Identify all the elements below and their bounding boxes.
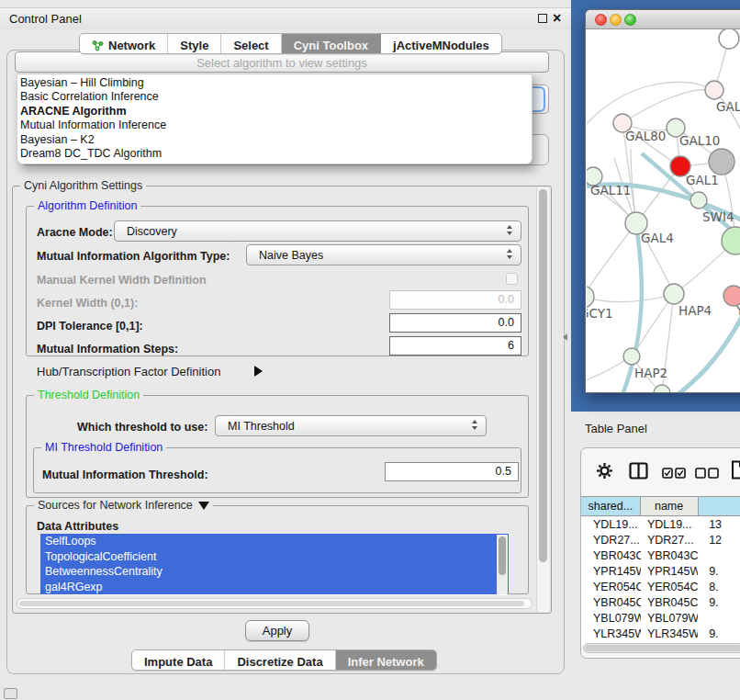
network-window[interactable]: GAL7GAL80GAL10GAL1GAL11SWI4GAL4GCY1HAP4Y… [585,9,740,393]
algorithm-option[interactable]: Bayesian – K2 [17,133,532,147]
minimize-window-icon[interactable] [610,14,622,26]
tab-cyni-toolbox[interactable]: Cyni Toolbox [282,34,381,53]
algorithm-option[interactable]: ARACNE Algorithm [17,105,532,119]
tab-style[interactable]: Style [168,34,221,53]
select-all-checkboxes-icon[interactable] [662,466,686,482]
network-node-gcy1[interactable] [587,286,594,308]
table-cell: 9. [698,595,740,611]
panel-divider-handle[interactable] [563,333,567,341]
network-window-titlebar[interactable] [586,10,740,29]
sources-legend: Sources for Network Inference [34,499,213,512]
algorithm-option[interactable]: Bayesian – Hill Climbing [17,76,532,90]
network-node[interactable] [654,385,670,393]
network-node-label: GAL11 [590,183,631,198]
network-node-gal7[interactable] [705,81,723,99]
table-row[interactable]: YBL079WYBL079W [581,611,740,627]
mi-type-select[interactable]: Naive Bayes [246,244,521,265]
tab-label: jActiveMNodules [393,39,489,52]
which-threshold-select[interactable]: MI Threshold [215,415,487,436]
minimized-panel-icon[interactable] [4,688,17,699]
tab-network[interactable]: Network [80,34,168,53]
network-icon [92,40,104,51]
manual-kernel-label: Manual Kernel Width Definition [37,274,207,287]
data-attributes-label: Data Attributes [37,520,118,533]
table-row[interactable]: YER054CYER054C8. [581,580,740,595]
network-node-label: GAL10 [679,133,720,148]
control-panel-tabbar: NetworkStyleSelectCyni ToolboxjActiveMNo… [79,33,502,54]
tab-select[interactable]: Select [221,34,281,53]
settings-horizontal-scrollbar[interactable] [17,598,533,609]
list-item[interactable]: SelfLoops [40,534,509,549]
dpi-tolerance-field[interactable]: 0.0 [389,313,521,333]
settings-hscrollbar-thumb[interactable] [19,601,524,606]
algorithm-select-placeholder: Select algorithm to view settings [16,56,548,70]
tab-label: Select [233,39,268,52]
network-node-label: Y [735,303,740,318]
table-cell: 12 [698,533,740,548]
document-icon[interactable] [731,460,740,483]
network-node-label: HAP4 [678,303,712,318]
table-hscrollbar-thumb[interactable] [585,645,740,651]
table-panel-card: shared...name YDL19...YDL19...13YDR27...… [580,447,740,659]
algorithm-select[interactable]: Select algorithm to view settings [15,51,549,73]
split-columns-icon[interactable] [629,462,648,483]
close-icon[interactable]: × [553,9,561,28]
algorithm-option[interactable]: Dream8 DC_TDC Algorithm [17,147,532,161]
aracne-mode-select[interactable]: Discovery [114,220,521,242]
close-window-icon[interactable] [595,14,607,26]
network-graph[interactable]: GAL7GAL80GAL10GAL1GAL11SWI4GAL4GCY1HAP4Y… [587,29,740,393]
settings-scrollbar-thumb[interactable] [539,189,547,562]
deselect-all-checkboxes-icon[interactable] [695,466,719,482]
table-cell: YBR045C [641,595,698,611]
list-item[interactable]: TopologicalCoefficient [40,549,509,565]
network-node[interactable] [719,29,739,49]
table-row[interactable]: YDL19...YDL19...13 [581,517,740,533]
table-body: YDL19...YDL19...13YDR27...YDR27...12YBR0… [581,517,740,646]
network-node-hap2[interactable] [623,348,640,365]
column-header[interactable]: name [641,497,699,515]
zoom-window-icon[interactable] [624,14,636,26]
data-attributes-list[interactable]: SelfLoopsTopologicalCoefficientBetweenne… [40,534,509,595]
tab-impute-data[interactable]: Impute Data [132,650,225,670]
table-cell: YBR043C [581,548,641,564]
settings-vertical-scrollbar[interactable] [536,187,549,612]
table-row[interactable]: YBR043CYBR043C [581,548,740,564]
mi-type-value: Naive Bayes [259,249,323,262]
network-edge [587,294,674,302]
table-header-row[interactable]: shared...name [581,496,740,516]
table-row[interactable]: YBR045CYBR045C9. [581,595,740,611]
network-node[interactable] [709,149,734,175]
network-node-label: SWI4 [702,209,734,224]
table-horizontal-scrollbar[interactable] [583,643,740,653]
table-settings-gear-icon[interactable] [596,462,613,483]
network-node-swi4[interactable] [690,192,707,209]
attributes-list-scrollbar[interactable] [497,535,508,594]
tab-infer-network[interactable]: Infer Network [336,650,436,670]
table-cell: YDL19... [581,517,641,533]
collapse-arrow-icon[interactable] [198,502,209,510]
mi-threshold-field[interactable]: 0.5 [385,462,519,481]
attributes-scrollbar-thumb[interactable] [499,536,506,575]
network-node-hap4[interactable] [664,284,684,304]
algorithm-option[interactable]: Mutual Information Inference [17,119,532,132]
column-header[interactable]: shared... [581,497,641,515]
mi-steps-field[interactable]: 6 [389,336,521,356]
tab-jactivemnodules[interactable]: jActiveMNodules [381,34,501,53]
which-threshold-value: MI Threshold [228,420,295,433]
table-panel-title: Table Panel [585,422,647,435]
tab-discretize-data[interactable]: Discretize Data [225,650,335,670]
kernel-width-field[interactable]: 0.0 [389,290,521,310]
table-cell: YPR145W [641,564,698,580]
list-item[interactable]: BetweennessCentrality [40,564,509,580]
manual-kernel-checkbox[interactable] [506,273,518,285]
table-row[interactable]: YDR27...YDR27...12 [581,533,740,548]
list-item[interactable]: gal4RGexp [40,580,509,595]
apply-button[interactable]: Apply [245,620,309,641]
expand-arrow-icon[interactable] [254,366,263,377]
table-row[interactable]: YPR145WYPR145W9. [581,564,740,580]
algorithm-option[interactable]: Basic Correlation Inference [17,90,532,104]
float-window-icon[interactable] [538,14,547,23]
column-header[interactable] [699,497,740,515]
table-row[interactable]: YLR345WYLR345W9. [581,627,740,642]
tab-label: Infer Network [348,655,424,669]
